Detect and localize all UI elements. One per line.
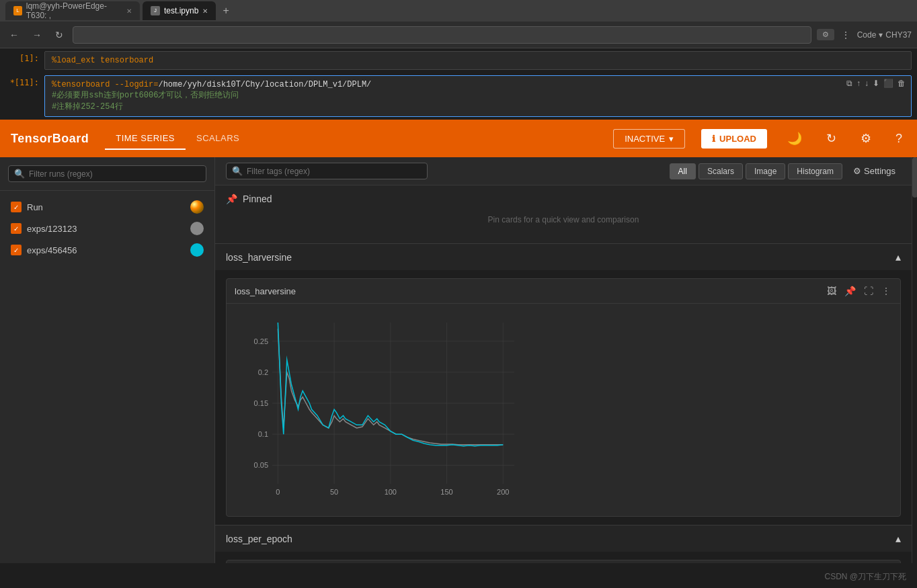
tb-card-image-btn[interactable]: 🖼 xyxy=(826,284,838,298)
tb-scrollbar[interactable] xyxy=(912,157,917,563)
cell2-copy-btn[interactable]: ⧉ xyxy=(846,79,852,88)
tb-help-button[interactable]: ? xyxy=(891,128,906,150)
tb-pinned-section: 📌 Pinned Pin cards for a quick view and … xyxy=(215,185,912,244)
tb-nav-scalars[interactable]: SCALARS xyxy=(186,128,250,150)
tb-inactive-label: INACTIVE xyxy=(625,134,665,144)
tb-settings-button[interactable]: ⚙ xyxy=(856,127,875,150)
tb-nav: TIME SERIES SCALARS xyxy=(105,128,250,150)
tb-upload-button[interactable]: ℹ UPLOAD xyxy=(701,129,767,149)
cell1-number: [1]: xyxy=(5,51,39,63)
tb-inactive-button[interactable]: INACTIVE ▾ xyxy=(613,129,685,149)
tb-run-search-box[interactable]: 🔍 xyxy=(8,165,206,182)
kernel-status: ⚙ xyxy=(817,29,834,40)
tb-nav-time-series[interactable]: TIME SERIES xyxy=(105,128,186,150)
cell2-content[interactable]: %tensorboard --logdir=/home/yyh/disk10T/… xyxy=(44,75,912,117)
tb-pinned-empty-text: Pin cards for a quick view and compariso… xyxy=(226,204,901,235)
cell1-content[interactable]: %load_ext tensorboard xyxy=(44,51,912,70)
tb-section-title-loss-harversine: loss_harversine xyxy=(226,252,895,263)
tb-run-search-input[interactable] xyxy=(29,169,200,179)
tb-refresh-button[interactable]: ↻ xyxy=(822,127,840,150)
tb-section-header-loss-per-epoch[interactable]: loss_per_epoch ▴ xyxy=(215,526,912,552)
user-label: CHY37 xyxy=(885,30,912,40)
address-bar xyxy=(73,26,811,44)
cell1-magic: %load_ext tensorboard xyxy=(52,56,153,65)
tb-run-item-2[interactable]: ✓ exps/123123 xyxy=(8,218,206,239)
forward-button[interactable]: → xyxy=(28,27,46,43)
tb-run-3-checkbox[interactable]: ✓ xyxy=(11,245,22,255)
tb-tag-filter-box[interactable]: 🔍 xyxy=(226,163,428,179)
footer-watermark: CSDN @刀下生刀下死 xyxy=(824,571,906,583)
tb-section-loss-per-epoch: loss_per_epoch ▴ loss_per_epoch 🖼 📌 ⛶ ⋮ xyxy=(215,526,912,563)
tb-upload-label: UPLOAD xyxy=(719,134,756,144)
cell2-up-btn[interactable]: ↑ xyxy=(856,79,861,88)
tb-card-expand-btn[interactable]: ⛶ xyxy=(863,284,875,298)
tb-section-loss-harversine: loss_harversine ▴ loss_harversine 🖼 📌 ⛶ … xyxy=(215,244,912,526)
tb-tag-scalars-button[interactable]: Scalars xyxy=(699,163,743,179)
tb-header: TensorBoard TIME SERIES SCALARS INACTIVE… xyxy=(0,120,917,157)
cell2-line1: %tensorboard --logdir=/home/yyh/disk10T/… xyxy=(52,80,904,89)
browser-toolbar: ← → ↻ ⚙ ⋮ Code ▾ CHY37 xyxy=(0,22,917,48)
toolbar-dropdown-icon[interactable]: ▾ xyxy=(879,30,883,40)
new-tab-button[interactable]: + xyxy=(218,5,233,17)
tab1-close[interactable]: ✕ xyxy=(126,7,132,15)
tb-run-2-label: exps/123123 xyxy=(27,224,185,234)
tb-main-content: 🔍 All Scalars Image Histogram ⚙ Settings xyxy=(215,157,912,563)
tb-tag-filter-buttons: All Scalars Image Histogram xyxy=(670,163,842,179)
browser-tab-bar: L lqm@yyh-PowerEdge-T630: , ✕ J test.ipy… xyxy=(0,0,917,22)
refresh-button[interactable]: ↻ xyxy=(51,27,67,43)
tb-card-title-loss-harversine: loss_harversine xyxy=(235,286,826,296)
tb-main-settings-button[interactable]: ⚙ Settings xyxy=(848,163,901,179)
tb-pin-icon: 📌 xyxy=(226,194,237,204)
tb-tag-filter-input[interactable] xyxy=(247,167,422,176)
tb-dark-mode-button[interactable]: 🌙 xyxy=(783,127,806,150)
tb-inactive-dropdown-icon: ▾ xyxy=(669,134,674,144)
cell2-path: /home/yyh/disk10T/Chy/location/DPLM_v1/D… xyxy=(158,80,371,89)
tab1-icon: L xyxy=(13,6,22,15)
tb-run-item-1[interactable]: ✓ Run xyxy=(8,196,206,218)
tb-tag-image-button[interactable]: Image xyxy=(746,163,785,179)
tb-tag-histogram-button[interactable]: Histogram xyxy=(788,163,842,179)
tb-card-loss-harversine: loss_harversine 🖼 📌 ⛶ ⋮ xyxy=(226,278,901,517)
tensorboard-root: TensorBoard TIME SERIES SCALARS INACTIVE… xyxy=(0,120,917,563)
page-wrapper: L lqm@yyh-PowerEdge-T630: , ✕ J test.ipy… xyxy=(0,0,917,588)
tb-tag-all-button[interactable]: All xyxy=(670,163,696,179)
tb-run-3-label: exps/456456 xyxy=(27,245,185,255)
tab2-close[interactable]: ✕ xyxy=(202,7,208,15)
tb-card-pin-btn[interactable]: 📌 xyxy=(843,284,857,298)
tb-upload-icon: ℹ xyxy=(712,134,715,144)
browser-tab-2[interactable]: J test.ipynb ✕ xyxy=(143,1,216,20)
cell2-format-btn[interactable]: ⬛ xyxy=(883,79,893,88)
cell2-comment2: #注释掉252-254行 xyxy=(52,102,123,112)
tb-settings-gear-icon: ⚙ xyxy=(853,166,861,176)
tb-pinned-header: 📌 Pinned xyxy=(226,194,901,204)
tab2-label: test.ipynb xyxy=(164,6,198,15)
tb-scrollbar-thumb[interactable] xyxy=(912,157,917,198)
tb-collapse-loss-harversine[interactable]: ▴ xyxy=(895,251,901,263)
tb-logo: TensorBoard xyxy=(11,132,89,146)
tb-run-2-color xyxy=(190,222,204,235)
tb-card-actions-loss-harversine: 🖼 📌 ⛶ ⋮ xyxy=(826,284,892,298)
tb-collapse-loss-per-epoch[interactable]: ▴ xyxy=(895,532,901,545)
tb-run-list: ✓ Run ✓ exps/123123 ✓ exps/456456 xyxy=(0,191,214,266)
browser-tab-1[interactable]: L lqm@yyh-PowerEdge-T630: , ✕ xyxy=(5,1,140,20)
cell2-delete-btn[interactable]: 🗑 xyxy=(898,79,906,88)
tb-section-header-loss-harversine[interactable]: loss_harversine ▴ xyxy=(215,244,912,270)
notebook-cell-1: [1]: %load_ext tensorboard xyxy=(0,48,917,73)
tb-settings-label: Settings xyxy=(864,166,895,176)
tb-run-2-checkbox[interactable]: ✓ xyxy=(11,223,22,234)
tb-tag-search-icon: 🔍 xyxy=(232,166,243,176)
back-button[interactable]: ← xyxy=(5,27,23,43)
toolbar-right: ⚙ ⋮ Code ▾ CHY37 xyxy=(817,27,912,43)
cell2-down-btn[interactable]: ↓ xyxy=(865,79,869,88)
menu-button[interactable]: ⋮ xyxy=(837,27,854,43)
tb-run-3-color xyxy=(190,243,204,257)
tb-run-item-3[interactable]: ✓ exps/456456 xyxy=(8,239,206,261)
tb-run-1-checkbox[interactable]: ✓ xyxy=(11,202,22,212)
cell2-actions: ⧉ ↑ ↓ ⬇ ⬛ 🗑 xyxy=(846,79,906,88)
cell2-comment1: #必须要用ssh连到port6006才可以，否则拒绝访问 xyxy=(52,91,239,100)
notebook: [1]: %load_ext tensorboard *[11]: %tenso… xyxy=(0,48,917,120)
notebook-cell-2: *[11]: %tensorboard --logdir=/home/yyh/d… xyxy=(0,73,917,120)
tb-card-more-btn[interactable]: ⋮ xyxy=(880,284,892,298)
cell2-number: *[11]: xyxy=(5,75,39,87)
cell2-download-btn[interactable]: ⬇ xyxy=(873,79,879,88)
